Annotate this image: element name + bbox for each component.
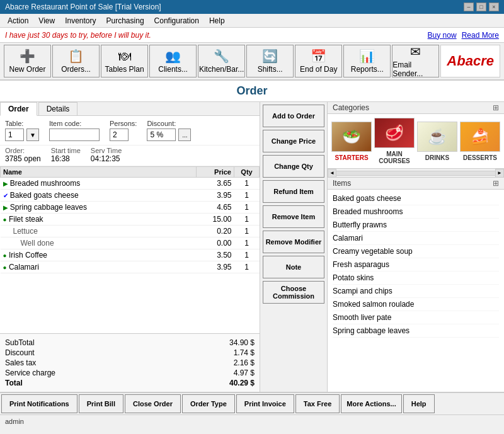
list-item[interactable]: Smooth liver pate — [333, 311, 499, 324]
change-price-button[interactable]: Change Price — [263, 130, 324, 152]
reports-button[interactable]: 📊 Reports... — [343, 45, 391, 77]
list-item[interactable]: Breaded mushrooms — [333, 205, 499, 219]
add-to-order-button[interactable]: Add to Order — [263, 105, 324, 127]
category-desserts[interactable]: 🍰 DESSERTS — [459, 122, 501, 161]
total-row: Total 40.29 $ — [5, 378, 255, 388]
item-name: ● Irish Coffee — [1, 249, 197, 261]
table-row[interactable]: ● Calamari 3.95 1 — [1, 261, 260, 273]
close-order-button[interactable]: Close Order — [125, 394, 181, 413]
tab-order[interactable]: Order — [0, 102, 37, 116]
note-button[interactable]: Note — [263, 256, 324, 278]
left-panel: Order Details Table: ▼ Item code: Person… — [0, 102, 260, 392]
category-drinks[interactable]: ☕ DRINKS — [416, 122, 459, 161]
subtotal-row: SubTotal 34.90 $ — [5, 338, 255, 348]
toolbar: ➕ New Order 📋 Orders... 🍽 Tables Plan 👥 … — [0, 43, 504, 81]
scroll-right-arrow[interactable]: ► — [495, 169, 504, 178]
item-qty: 1 — [234, 214, 260, 226]
print-invoice-button[interactable]: Print Invoice — [236, 394, 294, 413]
refund-item-button[interactable]: Refund Item — [263, 180, 324, 203]
item-qty: 1 — [234, 249, 260, 261]
kitchen-bar-button[interactable]: 🔧 Kitchen/Bar... — [198, 45, 245, 77]
table-row[interactable]: ▶ Spring cabbage leaves 4.65 1 — [1, 202, 260, 214]
minimize-button[interactable]: – — [464, 3, 474, 11]
item-qty: 1 — [234, 178, 260, 190]
new-order-button[interactable]: ➕ New Order — [4, 45, 51, 77]
table-btn[interactable]: ▼ — [26, 128, 39, 141]
salestax-label: Sales tax — [5, 358, 36, 367]
scroll-left-arrow[interactable]: ◄ — [328, 169, 336, 178]
item-qty: 1 — [234, 261, 260, 273]
shifts-button[interactable]: 🔄 Shifts... — [246, 45, 294, 77]
total-label: Total — [5, 379, 23, 387]
menubar: Action View Inventory Purchasing Configu… — [0, 14, 504, 28]
discount-row-input: ... — [147, 128, 191, 141]
help-button[interactable]: Help — [403, 394, 435, 413]
category-main-courses[interactable]: 🥩 MAIN COURSES — [373, 118, 416, 164]
remove-item-button[interactable]: Remove Item — [263, 205, 324, 228]
table-row[interactable]: Well done 0.00 1 — [1, 237, 260, 249]
end-of-day-button[interactable]: 📅 End of Day — [295, 45, 342, 77]
table-row[interactable]: Lettuce 0.20 1 — [1, 226, 260, 237]
list-item[interactable]: Creamy vegetable soup — [333, 245, 499, 258]
serv-time-value: 04:12:35 — [91, 154, 122, 163]
menu-inventory[interactable]: Inventory — [60, 15, 101, 26]
discount-input[interactable] — [147, 128, 176, 141]
list-item[interactable]: Spring cabbage leaves — [333, 324, 499, 338]
menu-configuration[interactable]: Configuration — [149, 15, 204, 26]
choose-commission-button[interactable]: Choose Commission — [263, 281, 324, 304]
clients-button[interactable]: 👥 Clients... — [149, 45, 197, 77]
more-actions-button[interactable]: More Actions... — [341, 394, 401, 413]
trial-links: Buy now Read More — [428, 31, 499, 40]
item-price: 15.00 — [197, 214, 234, 226]
subtotal-label: SubTotal — [5, 338, 35, 347]
tax-free-button[interactable]: Tax Free — [295, 394, 340, 413]
discount-options-btn[interactable]: ... — [178, 128, 191, 141]
list-item[interactable]: Calamari — [333, 232, 499, 245]
items-grid-icon[interactable]: ⊞ — [493, 179, 499, 188]
list-item[interactable]: Scampi and chips — [333, 285, 499, 298]
starters-image: 🥗 — [331, 122, 372, 152]
item-price: 4.65 — [197, 202, 234, 214]
category-scroll: ◄ ► — [328, 169, 504, 178]
list-item[interactable]: Smoked salmon roulade — [333, 298, 499, 311]
buy-now-link[interactable]: Buy now — [428, 31, 457, 40]
print-bill-button[interactable]: Print Bill — [79, 394, 123, 413]
item-code-input[interactable] — [49, 128, 100, 141]
change-qty-button[interactable]: Change Qty — [263, 155, 324, 178]
table-input[interactable] — [5, 128, 24, 141]
read-more-link[interactable]: Read More — [462, 31, 499, 40]
item-qty: 1 — [234, 226, 260, 237]
persons-input[interactable] — [110, 128, 129, 141]
maximize-button[interactable]: □ — [476, 3, 486, 11]
table-row[interactable]: ● Filet steak 15.00 1 — [1, 214, 260, 226]
order-table: Name Price Qty ▶ Breaded mushrooms 3.65 … — [0, 166, 260, 333]
list-item[interactable]: Fresh asparagus — [333, 258, 499, 271]
menu-purchasing[interactable]: Purchasing — [101, 15, 149, 26]
tables-plan-button[interactable]: 🍽 Tables Plan — [101, 45, 148, 77]
print-notifications-button[interactable]: Print Notifications — [1, 394, 77, 413]
item-name: ▶ Breaded mushrooms — [1, 178, 197, 190]
categories-grid-icon[interactable]: ⊞ — [493, 103, 499, 112]
menu-help[interactable]: Help — [204, 15, 230, 26]
list-item[interactable]: Butterfly prawns — [333, 219, 499, 232]
table-row[interactable]: ✔ Baked goats cheese 3.95 1 — [1, 190, 260, 202]
table-row[interactable]: ▶ Breaded mushrooms 3.65 1 — [1, 178, 260, 190]
maincourses-label: MAIN COURSES — [373, 151, 416, 164]
order-type-button[interactable]: Order Type — [182, 394, 235, 413]
tab-details[interactable]: Details — [38, 102, 78, 115]
orders-button[interactable]: 📋 Orders... — [52, 45, 100, 77]
persons-group: Persons: — [110, 120, 137, 141]
list-item[interactable]: Potato skins — [333, 271, 499, 285]
email-sender-button[interactable]: ✉ Email Sender... — [392, 45, 439, 77]
close-button[interactable]: × — [489, 3, 499, 11]
table-row[interactable]: ● Irish Coffee 3.50 1 — [1, 249, 260, 261]
remove-modifier-button[interactable]: Remove Modifier — [263, 231, 324, 253]
menu-action[interactable]: Action — [3, 15, 33, 26]
menu-view[interactable]: View — [33, 15, 60, 26]
item-name: Well done — [1, 237, 197, 249]
category-starters[interactable]: 🥗 STARTERS — [330, 122, 373, 161]
list-item[interactable]: Baked goats cheese — [333, 192, 499, 205]
col-qty: Qty — [234, 167, 260, 178]
page-title: Order — [0, 81, 504, 102]
desserts-image: 🍰 — [460, 122, 500, 152]
